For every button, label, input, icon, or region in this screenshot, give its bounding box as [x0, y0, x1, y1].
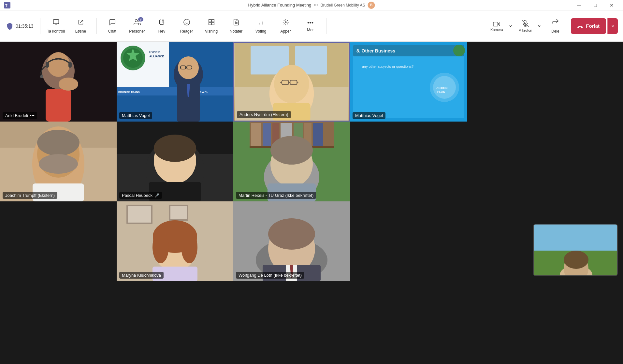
mer-button[interactable]: ••• Mer	[299, 13, 322, 39]
video-cell-empty-top	[467, 42, 623, 122]
video-cell-matthias1[interactable]: HYBRID ALLIANCE RBONIZE TRANS ALL ICE NE…	[117, 42, 233, 122]
losne-button[interactable]: Løsne	[69, 13, 93, 39]
hev-label: Hev	[158, 29, 165, 34]
svg-rect-7	[209, 19, 211, 22]
camera-caret[interactable]	[507, 18, 514, 34]
svg-point-3	[135, 19, 137, 22]
personer-label: Personer	[129, 29, 145, 34]
camera-toggle[interactable]: Kamera	[486, 18, 507, 34]
forlat-button[interactable]: Forlat	[571, 18, 606, 34]
notater-button[interactable]: Notater	[225, 13, 248, 39]
screen-owner-label: Matthias Vogel	[353, 112, 385, 119]
avatar: B	[368, 2, 375, 9]
visning-label: Visning	[205, 29, 218, 34]
svg-point-103	[181, 231, 197, 263]
close-button[interactable]: ✕	[604, 0, 619, 10]
video-cell-empty-bot	[0, 201, 117, 281]
video-cell-maryna[interactable]: Maryna Kliuchnikova	[117, 201, 233, 281]
svg-rect-9	[209, 22, 211, 24]
more-options-label[interactable]: •••	[314, 3, 318, 7]
self-preview-thumb[interactable]	[533, 224, 618, 276]
video-cell-thumb-area	[350, 201, 623, 281]
svg-point-108	[268, 218, 315, 250]
pascal-name: Pascal Heubeck	[122, 193, 152, 198]
camera-control[interactable]: Kamera	[486, 18, 514, 34]
shield-icon	[5, 22, 14, 31]
video-cell-martin[interactable]: Martin Rexeis - TU Graz (Ikke bekreftet)	[233, 122, 350, 201]
maryna-label: Maryna Kliuchnikova	[119, 272, 164, 279]
video-cell-anders[interactable]: Anders Nyström (Ekstern)	[233, 42, 350, 122]
more-icon: •••	[307, 20, 313, 26]
person-icon: 9	[134, 19, 141, 28]
video-cell-wolfgang[interactable]: Wolfgang De Loth (Ikke bekreftet)	[233, 201, 350, 281]
wolfgang-name: Wolfgang De Loth (Ikke bekreftet)	[239, 273, 302, 278]
svg-rect-8	[211, 19, 214, 22]
svg-point-117	[564, 251, 588, 269]
notes-icon	[233, 19, 240, 28]
notater-label: Notater	[230, 29, 242, 34]
martin-video	[233, 122, 350, 201]
svg-text:PLAN: PLAN	[437, 90, 445, 94]
ta-kontroll-icon	[52, 19, 60, 28]
title-bar-center: Hybrid Alliance Founding Meeting ••• Bru…	[248, 2, 375, 9]
ta-kontroll-button[interactable]: Ta kontroll	[44, 13, 68, 39]
mic-control[interactable]: Mikrofon	[515, 18, 542, 34]
meeting-title: Hybrid Alliance Founding Meeting	[248, 3, 311, 7]
mic-off-icon: 🎤	[154, 193, 159, 198]
chat-button[interactable]: Chat	[101, 13, 124, 39]
svg-point-24	[40, 75, 43, 78]
reager-button[interactable]: Reager	[175, 13, 198, 39]
voting-button[interactable]: Voting	[249, 13, 273, 39]
video-cell-arild[interactable]: Arild Brudeli •••	[0, 42, 117, 122]
svg-point-92	[270, 136, 313, 165]
svg-rect-98	[170, 206, 187, 219]
video-cell-pascal[interactable]: Pascal Heubeck 🎤	[117, 122, 233, 201]
video-cell-empty-mid2	[467, 122, 623, 201]
voting-label: Voting	[255, 29, 266, 34]
hev-icon	[158, 19, 166, 28]
mic-off-icon	[522, 20, 529, 28]
voting-icon	[257, 19, 265, 28]
svg-rect-17	[493, 22, 498, 26]
video-cell-joachim[interactable]: Joachim Trumpff (Ekstern)	[0, 122, 117, 201]
video-cell-empty-mid1	[350, 122, 467, 201]
personer-button[interactable]: 9 Personer	[125, 13, 149, 39]
mer-label: Mer	[307, 28, 314, 32]
mic-caret[interactable]	[536, 18, 542, 34]
joachim-name: Joachim Trumpff (Ekstern)	[5, 193, 55, 198]
apper-button[interactable]: Apper	[274, 13, 297, 39]
share-icon	[552, 19, 559, 28]
svg-text:ALLIANCE: ALLIANCE	[149, 55, 164, 58]
losne-icon	[77, 19, 84, 28]
wolfgang-video	[233, 201, 350, 281]
arild-more[interactable]: •••	[30, 113, 35, 118]
dele-button[interactable]: Dele	[543, 13, 567, 39]
arild-label: Arild Brudeli •••	[3, 112, 37, 119]
svg-rect-10	[211, 22, 214, 24]
anders-name: Anders Nyström (Ekstern)	[239, 112, 288, 117]
svg-point-4	[183, 19, 189, 25]
svg-text:ACTION: ACTION	[436, 86, 448, 90]
svg-point-102	[152, 231, 169, 263]
toolbar-divider	[40, 18, 40, 34]
maximize-button[interactable]: □	[588, 0, 603, 10]
dele-label: Dele	[551, 29, 559, 34]
maryna-video	[117, 201, 233, 281]
minimize-button[interactable]: —	[572, 0, 587, 10]
reager-label: Reager	[180, 29, 193, 34]
mic-toggle[interactable]: Mikrofon	[515, 18, 536, 34]
video-cell-screen[interactable]: 8. Other Business ACTION PLAN - any othe…	[350, 42, 467, 122]
svg-rect-88	[313, 123, 323, 146]
visning-icon	[208, 19, 215, 28]
svg-rect-22	[46, 62, 49, 68]
title-bar: T Hybrid Alliance Founding Meeting ••• B…	[0, 0, 623, 10]
hev-button[interactable]: Hev	[150, 13, 174, 39]
toolbar-divider2	[96, 18, 97, 34]
window-controls[interactable]: — □ ✕	[572, 0, 619, 10]
forlat-caret[interactable]	[607, 18, 618, 34]
visning-button[interactable]: Visning	[200, 13, 223, 39]
anders-label: Anders Nyström (Ekstern)	[237, 111, 291, 118]
teams-logo-icon: T	[4, 2, 10, 8]
svg-text:8. Other Business: 8. Other Business	[356, 48, 395, 53]
svg-point-61	[453, 45, 465, 56]
